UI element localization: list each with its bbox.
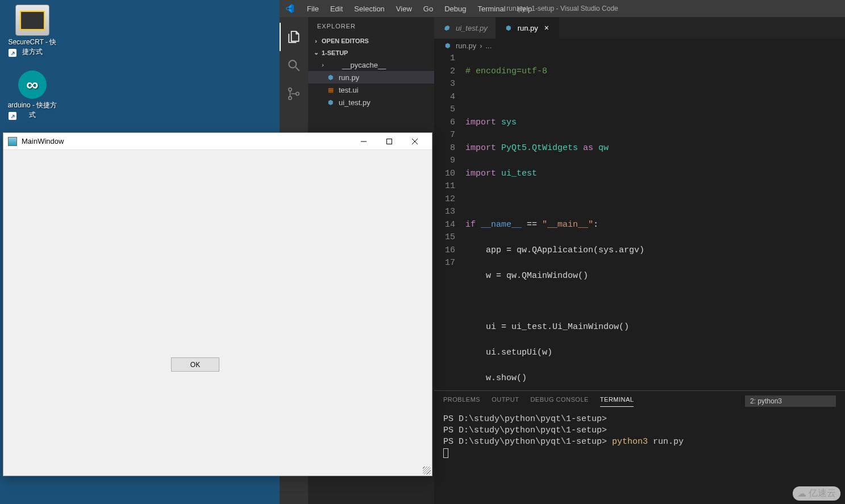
tab-label: run.py [518, 24, 538, 32]
open-editors-header[interactable]: › OPEN EDITORS [308, 35, 434, 47]
minimize-button[interactable] [351, 134, 376, 149]
search-icon [286, 58, 301, 73]
svg-rect-6 [386, 139, 392, 144]
arduino-icon: ↗ [18, 70, 47, 99]
maximize-icon [386, 139, 392, 144]
file-label: test.ui [339, 86, 359, 94]
activity-search[interactable] [280, 51, 308, 80]
pyqt-body: OK [3, 150, 432, 476]
terminal-output[interactable]: PS D:\study\python\pyqt\1-setup> PS D:\s… [434, 407, 845, 504]
breadcrumb-file: run.py [456, 41, 476, 50]
file-ui-test-py[interactable]: ⬢ ui_test.py [308, 96, 434, 109]
desktop-icon-securecrt[interactable]: ↗ SecureCRT - 快捷方式 [7, 5, 58, 57]
menu-file[interactable]: File [301, 1, 324, 16]
panel-tab-problems[interactable]: PROBLEMS [443, 396, 480, 406]
panel-tab-output[interactable]: OUTPUT [492, 396, 519, 406]
vscode-titlebar[interactable]: File Edit Selection View Go Debug Termin… [280, 0, 845, 17]
chevron-right-icon: › [480, 41, 482, 50]
cloud-icon: ☁ [797, 488, 806, 499]
file-label: __pycache__ [342, 61, 386, 69]
python-file-icon: ⬢ [443, 41, 452, 50]
menu-view[interactable]: View [390, 1, 418, 16]
editor-tabs: ⬢ ui_test.py ⬢ run.py × [434, 17, 845, 39]
code-editor[interactable]: 1234567891011121314151617 # encoding=utf… [434, 52, 845, 390]
svg-point-4 [296, 92, 299, 95]
file-run-py[interactable]: ⬢ run.py [308, 71, 434, 84]
python-file-icon: ⬢ [326, 98, 335, 107]
watermark: ☁ 亿速云 [793, 486, 840, 501]
pyqt-main-window: MainWindow OK [3, 132, 432, 476]
shortcut-arrow-icon: ↗ [9, 112, 16, 120]
folder-header[interactable]: ⌄ 1-SETUP [308, 47, 434, 59]
securecrt-icon: ↗ [15, 5, 49, 36]
sidebar-title: EXPLORER [308, 17, 434, 35]
editor-group: ⬢ ui_test.py ⬢ run.py × ⬢ run.py › ... 1… [434, 17, 845, 504]
pyqt-title: MainWindow [22, 137, 64, 145]
breadcrumb-more: ... [485, 41, 492, 50]
tab-run[interactable]: ⬢ run.py × [496, 17, 559, 39]
svg-point-0 [289, 60, 296, 68]
terminal-cursor [443, 448, 448, 458]
svg-point-3 [289, 97, 292, 99]
code-content[interactable]: # encoding=utf-8 import sys import PyQt5… [465, 52, 845, 390]
menu-help[interactable]: Help [511, 1, 538, 16]
breadcrumb[interactable]: ⬢ run.py › ... [434, 39, 845, 52]
ui-file-icon: ▦ [326, 85, 335, 94]
menu-terminal[interactable]: Terminal [472, 1, 511, 16]
ok-button[interactable]: OK [171, 357, 219, 372]
menu-go[interactable]: Go [418, 1, 439, 16]
chevron-right-icon: › [319, 61, 326, 68]
svg-point-2 [289, 88, 292, 91]
tab-ui-test[interactable]: ⬢ ui_test.py [434, 17, 496, 39]
activity-explorer[interactable] [280, 23, 308, 51]
source-control-icon [286, 86, 301, 101]
folder-icon [330, 60, 339, 69]
resize-grip[interactable] [423, 466, 431, 474]
menu-selection[interactable]: Selection [348, 1, 390, 16]
activity-scm[interactable] [280, 80, 308, 108]
pyqt-titlebar[interactable]: MainWindow [3, 133, 432, 150]
folder-pycache[interactable]: › __pycache__ [308, 59, 434, 71]
desktop-icon-arduino[interactable]: ↗ arduino - 快捷方式 [7, 70, 58, 120]
panel-tab-terminal[interactable]: TERMINAL [600, 396, 634, 407]
tab-label: ui_test.py [456, 24, 488, 32]
panel-tabs: PROBLEMS OUTPUT DEBUG CONSOLE TERMINAL 2… [434, 391, 845, 407]
chevron-right-icon: › [313, 38, 319, 44]
line-numbers: 1234567891011121314151617 [434, 52, 465, 390]
window-controls [351, 134, 427, 149]
menu-bar: File Edit Selection View Go Debug Termin… [301, 1, 538, 16]
section-label: OPEN EDITORS [322, 38, 369, 44]
close-button[interactable] [402, 134, 427, 149]
section-label: 1-SETUP [322, 49, 348, 56]
file-label: run.py [339, 73, 359, 82]
python-file-icon: ⬢ [504, 23, 513, 32]
menu-edit[interactable]: Edit [324, 1, 348, 16]
bottom-panel: PROBLEMS OUTPUT DEBUG CONSOLE TERMINAL 2… [434, 390, 845, 504]
panel-tab-debug-console[interactable]: DEBUG CONSOLE [530, 396, 588, 406]
minimize-icon [361, 139, 367, 144]
shortcut-arrow-icon: ↗ [9, 49, 16, 57]
files-icon [286, 30, 301, 44]
terminal-selector[interactable]: 2: python3 [745, 395, 836, 407]
window-icon [8, 137, 17, 146]
file-test-ui[interactable]: ▦ test.ui [308, 84, 434, 96]
close-icon [412, 139, 418, 144]
maximize-button[interactable] [376, 134, 402, 149]
svg-line-1 [295, 67, 299, 71]
python-file-icon: ⬢ [442, 23, 451, 32]
menu-debug[interactable]: Debug [439, 1, 472, 16]
close-icon[interactable]: × [543, 24, 551, 32]
vscode-logo-icon [284, 3, 294, 14]
chevron-down-icon: ⌄ [313, 49, 319, 56]
file-label: ui_test.py [339, 98, 371, 107]
watermark-text: 亿速云 [809, 488, 836, 499]
python-file-icon: ⬢ [326, 73, 335, 82]
